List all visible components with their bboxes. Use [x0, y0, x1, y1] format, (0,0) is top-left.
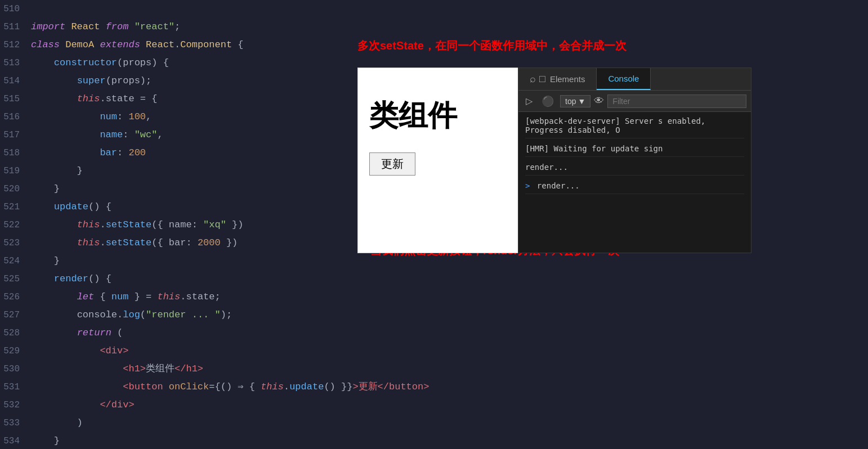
- eye-icon[interactable]: 👁: [594, 95, 604, 107]
- line-number: 516: [0, 108, 31, 126]
- line-number: 522: [0, 216, 31, 234]
- update-button[interactable]: 更新: [369, 152, 415, 176]
- preview-title: 类组件: [369, 96, 457, 136]
- tab-elements[interactable]: ⌕ □ Elements: [518, 68, 597, 90]
- devtools-content: [webpack-dev-server] Server s enabled, P…: [518, 112, 751, 253]
- line-number: 514: [0, 72, 31, 90]
- code-content: this.setState({ bar: 2000 }): [31, 234, 238, 252]
- line-number: 521: [0, 198, 31, 216]
- line-number: 515: [0, 90, 31, 108]
- chevron-down-icon: ▼: [578, 97, 585, 106]
- code-content: }: [31, 162, 83, 180]
- code-content: super(props);: [31, 72, 151, 90]
- code-content: let { num } = this.state;: [31, 288, 221, 306]
- preview-panel: 类组件 更新: [357, 68, 529, 253]
- line-number: 523: [0, 234, 31, 252]
- table-row: 533 ): [0, 414, 868, 432]
- code-content: class DemoA extends React.Component {: [31, 36, 244, 54]
- code-content: render() {: [31, 270, 111, 288]
- line-number: 517: [0, 126, 31, 144]
- line-number: 519: [0, 162, 31, 180]
- table-row: 527 console.log("render ... ");: [0, 306, 868, 324]
- line-number: 525: [0, 270, 31, 288]
- code-content: name: "wc",: [31, 126, 163, 144]
- line-number: 526: [0, 288, 31, 306]
- play-button[interactable]: ▷: [523, 94, 535, 108]
- table-row: 531 <button onClick={() ⇒ { this.update(…: [0, 378, 868, 396]
- table-row: 510: [0, 0, 868, 18]
- table-row: 532 </div>: [0, 396, 868, 414]
- line-number: 510: [0, 0, 31, 18]
- table-row: 525 render() {: [0, 270, 868, 288]
- list-item: > render...: [525, 181, 744, 194]
- line-number: 520: [0, 180, 31, 198]
- line-number: 534: [0, 432, 31, 449]
- tab-console-label: Console: [608, 74, 639, 83]
- code-content: num: 100,: [31, 108, 151, 126]
- table-row: 530 <h1>类组件</h1>: [0, 360, 868, 378]
- code-content: </div>: [31, 396, 135, 414]
- cursor-icon: ⌕: [530, 73, 536, 85]
- list-item: [HMR] Waiting for update sign: [525, 144, 744, 157]
- table-row: 528 return (: [0, 324, 868, 342]
- code-content: import React from "react";: [31, 18, 180, 36]
- code-content: bar: 200: [31, 144, 146, 162]
- line-number: 511: [0, 18, 31, 36]
- line-number: 512: [0, 36, 31, 54]
- code-content: }: [31, 432, 60, 449]
- list-item: render...: [525, 163, 744, 176]
- code-content: return (: [31, 324, 123, 342]
- block-icon[interactable]: ⚫: [539, 93, 557, 109]
- table-row: 526 let { num } = this.state;: [0, 288, 868, 306]
- line-number: 528: [0, 324, 31, 342]
- line-number: 530: [0, 360, 31, 378]
- tab-elements-icon2: □: [539, 73, 545, 85]
- line-number: 532: [0, 396, 31, 414]
- devtools-panel: ⌕ □ Elements Console ▷ ⚫ top ▼ 👁 [webpac…: [518, 68, 751, 253]
- filter-input[interactable]: [607, 95, 746, 108]
- line-number: 518: [0, 144, 31, 162]
- code-content: ): [31, 414, 83, 432]
- tab-console[interactable]: Console: [597, 68, 651, 90]
- line-number: 531: [0, 378, 31, 396]
- table-row: 529 <div>: [0, 342, 868, 360]
- code-content: console.log("render ... ");: [31, 306, 232, 324]
- line-number: 533: [0, 414, 31, 432]
- table-row: 534 }: [0, 432, 868, 449]
- devtools-toolbar: ▷ ⚫ top ▼ 👁: [518, 91, 751, 112]
- code-content: <div>: [31, 342, 128, 360]
- line-number: 524: [0, 252, 31, 270]
- code-content: <button onClick={() ⇒ { this.update() }}…: [31, 378, 429, 396]
- table-row: 511import React from "react";: [0, 18, 868, 36]
- line-number: 527: [0, 306, 31, 324]
- top-button[interactable]: top ▼: [560, 95, 590, 107]
- line-number: 513: [0, 54, 31, 72]
- top-label: top: [565, 97, 576, 106]
- editor-container: 510511import React from "react";512class…: [0, 0, 868, 449]
- code-content: this.setState({ name: "xq" }): [31, 216, 244, 234]
- line-number: 529: [0, 342, 31, 360]
- annotation-top: 多次setState，在同一个函数作用域中，会合并成一次: [357, 38, 627, 53]
- code-content: this.state = {: [31, 90, 157, 108]
- code-content: }: [31, 252, 60, 270]
- code-content: <h1>类组件</h1>: [31, 360, 203, 378]
- tab-elements-label: Elements: [550, 74, 585, 84]
- devtools-tabs: ⌕ □ Elements Console: [518, 68, 751, 91]
- code-content: }: [31, 180, 60, 198]
- code-content: update() {: [31, 198, 111, 216]
- code-content: constructor(props) {: [31, 54, 169, 72]
- list-item: [webpack-dev-server] Server s enabled, P…: [525, 116, 744, 138]
